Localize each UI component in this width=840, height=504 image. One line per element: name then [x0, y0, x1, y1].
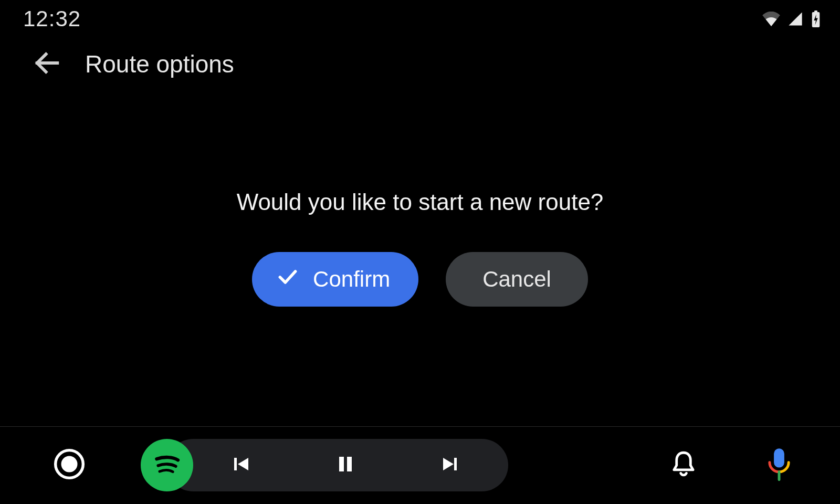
- dialog-actions: Confirm Cancel: [252, 252, 588, 307]
- assistant-button[interactable]: [760, 446, 798, 484]
- spotify-icon: [149, 446, 185, 485]
- svg-point-3: [61, 456, 78, 472]
- skip-next-icon: [438, 452, 463, 479]
- media-pill: [167, 439, 508, 491]
- media-controls: [141, 439, 508, 491]
- check-icon: [276, 265, 299, 293]
- bell-icon: [668, 449, 699, 481]
- svg-rect-1: [814, 10, 817, 13]
- notifications-button[interactable]: [665, 446, 702, 484]
- google-mic-icon: [765, 447, 793, 484]
- wifi-icon: [762, 12, 780, 26]
- back-button[interactable]: [28, 45, 66, 83]
- skip-previous-icon: [228, 452, 253, 479]
- previous-button[interactable]: [225, 449, 256, 481]
- dialog: Would you like to start a new route? Con…: [0, 189, 840, 307]
- dialog-message: Would you like to start a new route?: [237, 189, 604, 215]
- cancel-label: Cancel: [482, 267, 551, 292]
- cellular-icon: [788, 12, 803, 26]
- bottom-bar: [0, 426, 840, 504]
- circle-icon: [53, 448, 86, 482]
- bottom-right-group: [665, 446, 798, 484]
- cancel-button[interactable]: Cancel: [446, 252, 588, 307]
- launcher-button[interactable]: [50, 446, 88, 484]
- confirm-button[interactable]: Confirm: [252, 252, 418, 307]
- page-title: Route options: [85, 50, 234, 78]
- status-bar: 12:32: [0, 0, 840, 38]
- media-app-button[interactable]: [141, 439, 193, 491]
- svg-rect-4: [774, 448, 784, 467]
- arrow-back-icon: [32, 48, 62, 80]
- pause-button[interactable]: [330, 449, 361, 481]
- status-time: 12:32: [23, 6, 81, 32]
- header: Route options: [28, 45, 234, 83]
- battery-charging-icon: [811, 10, 821, 27]
- confirm-label: Confirm: [313, 267, 390, 292]
- pause-icon: [333, 452, 358, 479]
- next-button[interactable]: [435, 449, 466, 481]
- status-icons: [762, 10, 821, 27]
